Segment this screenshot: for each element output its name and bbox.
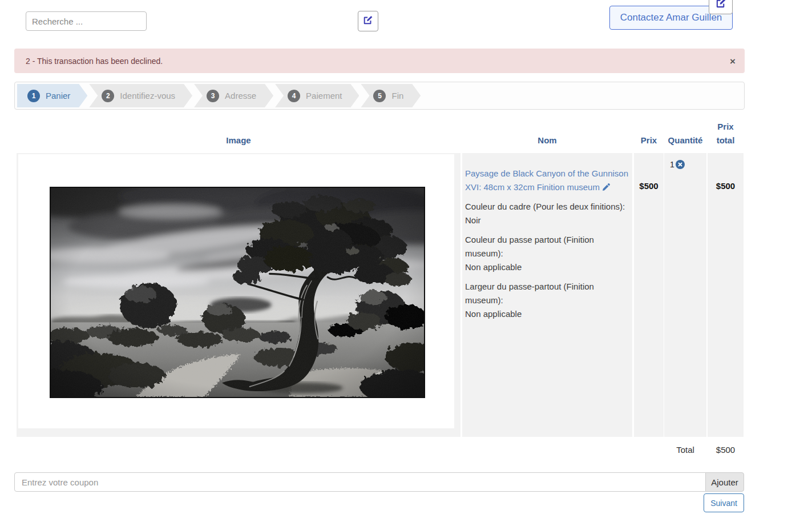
step-label: Adresse bbox=[225, 91, 256, 101]
step-label: Paiement bbox=[306, 91, 342, 101]
cart-total-label: Total bbox=[664, 445, 706, 455]
column-header-image: Image bbox=[17, 134, 460, 147]
circle-x-icon[interactable] bbox=[676, 160, 685, 171]
step-number-badge: 4 bbox=[288, 90, 300, 102]
option-value: Non applicable bbox=[465, 260, 629, 274]
step-number-badge: 1 bbox=[27, 90, 40, 102]
column-header-nom: Nom bbox=[462, 134, 632, 147]
step-number-badge: 5 bbox=[373, 90, 386, 102]
edit-button[interactable] bbox=[358, 11, 378, 31]
pen-square-icon bbox=[363, 15, 373, 27]
option-label: Couleur du passe partout (Finition museu… bbox=[465, 233, 629, 260]
coupon-input[interactable] bbox=[14, 472, 706, 492]
product-photo bbox=[50, 187, 425, 398]
column-header-prix-total: Prix total bbox=[708, 120, 744, 147]
product-price-cell: $500 bbox=[634, 153, 664, 437]
pencil-icon[interactable] bbox=[602, 183, 611, 194]
alert-message: 2 - This transaction has been declined. bbox=[26, 57, 163, 66]
photo-mat bbox=[18, 154, 454, 428]
pen-square-icon bbox=[716, 0, 726, 11]
option-value: Non applicable bbox=[465, 307, 629, 321]
step-number-badge: 2 bbox=[102, 90, 114, 102]
product-total-cell: $500 bbox=[708, 153, 744, 437]
product-quantity: 1 bbox=[670, 160, 674, 169]
column-header-quantite: Quantité bbox=[664, 134, 706, 147]
step-identifiez-vous[interactable]: 2 Identifiez-vous bbox=[89, 84, 192, 107]
column-header-prix: Prix bbox=[634, 134, 664, 147]
alert-close-icon[interactable]: × bbox=[730, 56, 736, 66]
product-price: $500 bbox=[639, 181, 658, 191]
transaction-declined-alert: 2 - This transaction has been declined. … bbox=[14, 49, 745, 73]
edit-button-top-right[interactable] bbox=[709, 0, 733, 14]
coupon-add-button[interactable]: Ajouter bbox=[705, 472, 744, 492]
step-number-badge: 3 bbox=[207, 90, 219, 102]
table-row: Paysage de Black Canyon of the Gunnison … bbox=[17, 153, 744, 437]
option-label: Largeur du passe-partout (Finition museu… bbox=[465, 280, 629, 307]
product-quantity-cell: 1 bbox=[664, 153, 706, 437]
step-paiement[interactable]: 4 Paiement bbox=[275, 84, 359, 107]
next-button[interactable]: Suivant bbox=[704, 493, 744, 512]
product-name-cell: Paysage de Black Canyon of the Gunnison … bbox=[462, 153, 632, 437]
step-label: Identifiez-vous bbox=[120, 91, 175, 101]
product-image-cell bbox=[17, 153, 460, 437]
step-fin[interactable]: 5 Fin bbox=[361, 84, 421, 107]
step-panier[interactable]: 1 Panier bbox=[17, 84, 87, 107]
step-label: Fin bbox=[391, 91, 403, 101]
product-total: $500 bbox=[716, 181, 735, 191]
search-input[interactable] bbox=[26, 11, 147, 31]
step-adresse[interactable]: 3 Adresse bbox=[194, 84, 273, 107]
checkout-page: Contactez Amar Guillen 2 - This transact… bbox=[0, 0, 812, 518]
cart-total-value: $500 bbox=[708, 445, 744, 455]
checkout-steps: 1 Panier 2 Identifiez-vous 3 Adresse 4 P… bbox=[14, 82, 745, 110]
option-label: Couleur du cadre (Pour les deux finition… bbox=[465, 200, 629, 214]
option-value: Noir bbox=[465, 214, 629, 227]
step-label: Panier bbox=[46, 91, 70, 101]
